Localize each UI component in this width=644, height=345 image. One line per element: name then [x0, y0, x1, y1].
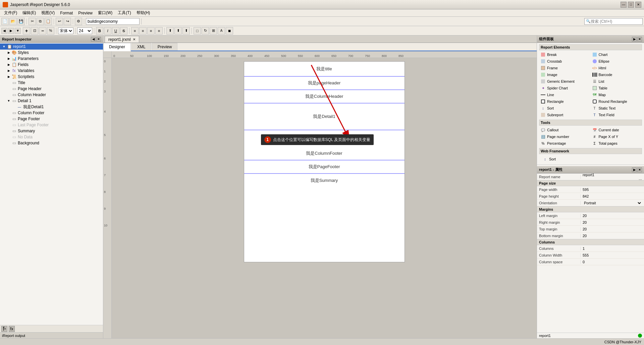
copy-button[interactable]: ⧉	[37, 18, 44, 25]
prop-section-margins[interactable]: Margins	[537, 206, 644, 212]
comp-ellipse[interactable]: Ellipse	[591, 58, 642, 65]
comp-line[interactable]: Line	[539, 91, 591, 98]
comp-sort[interactable]: ↕ Sort	[539, 105, 591, 112]
font-color-button[interactable]: A	[218, 27, 225, 34]
align-right-button[interactable]: ≡	[147, 27, 155, 34]
font-name-select[interactable]: 宋体	[58, 27, 73, 34]
underline-button[interactable]: U	[112, 27, 119, 34]
tree-item-scriptlets[interactable]: ▶ 📜 Scriptlets	[0, 74, 103, 80]
tree-item-detail1[interactable]: ▼ ▭ Detail 1	[0, 98, 103, 104]
components-expand-button[interactable]: ▶	[632, 37, 637, 42]
nav-down-button[interactable]: ▼	[15, 28, 21, 34]
strikethrough-button[interactable]: S	[120, 27, 127, 34]
prop-orientation-select[interactable]: Portrait Landscape	[583, 201, 642, 205]
comp-textfield[interactable]: T Text Field	[591, 112, 642, 118]
valign-bot-button[interactable]: ⬆	[182, 27, 190, 34]
menu-tools[interactable]: 工具(T)	[115, 9, 133, 16]
fx-icon[interactable]: fx	[1, 326, 7, 332]
dtab-preview[interactable]: Preview	[152, 43, 178, 51]
new-button[interactable]: 📄	[1, 18, 9, 25]
rotate-button[interactable]: ↻	[202, 27, 209, 34]
comp-statictext[interactable]: T Static Text	[591, 105, 642, 112]
dtab-xml[interactable]: XML	[131, 43, 151, 51]
maximize-button[interactable]: □	[628, 2, 634, 8]
tree-item-fields[interactable]: ▶ 📋 Fields	[0, 62, 103, 68]
zoom-out-button[interactable]: −	[39, 27, 46, 34]
prop-section-pagesize[interactable]: Page size	[537, 180, 644, 186]
zoom-in-button[interactable]: +	[23, 27, 30, 34]
comp-frame[interactable]: Frame	[539, 65, 591, 71]
comp-percentage[interactable]: % Percentage	[539, 140, 591, 147]
valign-top-button[interactable]: ⬆	[166, 27, 174, 34]
comp-rect[interactable]: Rectangle	[539, 98, 591, 105]
comp-list[interactable]: ☰ List	[591, 78, 642, 85]
tree-root[interactable]: ▼ 📋 report1	[0, 44, 103, 50]
comp-currentdate[interactable]: 📅 Current date	[591, 127, 642, 133]
menu-file[interactable]: 文件(F)	[1, 9, 20, 16]
italic-button[interactable]: I	[104, 27, 111, 34]
comp-subreport[interactable]: Subreport	[539, 112, 591, 118]
comp-break[interactable]: Break	[539, 51, 591, 58]
open-button[interactable]: 📂	[9, 18, 17, 25]
components-pin-button[interactable]: ✕	[637, 37, 642, 42]
comp-roundrect[interactable]: Round Rectangle	[591, 98, 642, 105]
prop-reportname-edit-button[interactable]: …	[639, 177, 642, 181]
comp-callout[interactable]: 💬 Callout	[539, 127, 591, 133]
comp-pagexofy[interactable]: # Page X of Y	[591, 133, 642, 140]
inspector-pin-button[interactable]: ✕	[96, 37, 101, 42]
minimize-button[interactable]: —	[621, 2, 627, 8]
canvas-scroll[interactable]: 我是title 我是pageHeader 我是ColumnHeader 我是De…	[112, 58, 537, 338]
comp-webfw-sort[interactable]: ↕ Sort	[541, 156, 640, 162]
tab-close-report1[interactable]: ✕	[133, 38, 136, 41]
props-pin-button[interactable]: ✕	[637, 167, 642, 172]
prop-reportname-input[interactable]	[583, 174, 642, 177]
props-expand-button[interactable]: ▶	[632, 167, 637, 172]
menu-view[interactable]: 视图(V)	[39, 9, 57, 16]
font-size-select[interactable]: 24	[77, 27, 92, 34]
padding-button[interactable]: ⊞	[210, 27, 217, 34]
tree-item-summary[interactable]: ▭ Summary	[0, 128, 103, 134]
nav-left-button[interactable]: ◀	[1, 28, 7, 34]
paste-button[interactable]: 📋	[45, 18, 52, 25]
tree-item-pageheader[interactable]: ▭ Page Header	[0, 86, 103, 92]
comp-table[interactable]: Table	[591, 85, 642, 91]
zoom-fit-button[interactable]: ⊡	[31, 27, 38, 34]
search-input[interactable]	[591, 19, 641, 24]
close-button[interactable]: ✕	[635, 2, 641, 8]
dtab-designer[interactable]: Designer	[103, 43, 131, 51]
tree-item-parameters[interactable]: ▶ 📊 Parameters	[0, 56, 103, 62]
cut-button[interactable]: ✂	[29, 18, 36, 25]
align-center-button[interactable]: ≡	[139, 27, 147, 34]
comp-generic[interactable]: Generic Element	[539, 78, 591, 85]
comp-barcode[interactable]: Barcode	[591, 71, 642, 78]
menu-preview[interactable]: Preview	[75, 10, 95, 16]
nav-right-button[interactable]: ▶	[8, 28, 14, 34]
comp-totalpages[interactable]: Σ Total pages	[591, 140, 642, 147]
inspector-collapse-button[interactable]: ◀	[91, 37, 96, 42]
save-button[interactable]: 💾	[17, 18, 25, 25]
valign-mid-button[interactable]: ⬆	[174, 27, 182, 34]
tab-report1[interactable]: report1.jrxml ✕	[105, 36, 139, 43]
tree-item-lastpagefooter[interactable]: ▭ Last Page Footer	[0, 122, 103, 128]
bold-button[interactable]: B	[96, 27, 103, 34]
bg-color-button[interactable]: ◼	[226, 27, 233, 34]
tree-item-styles[interactable]: ▶ 🎨 Styles	[0, 50, 103, 56]
comp-image[interactable]: Image	[539, 71, 591, 78]
tree-item-nodata[interactable]: ▭ No Data	[0, 134, 103, 140]
tree-item-columnheader[interactable]: ▭ Column Header	[0, 92, 103, 98]
zoom-percent-button[interactable]: %	[47, 27, 54, 34]
tree-item-pagefooter[interactable]: ▭ Page Footer	[0, 116, 103, 122]
prop-orientation-value[interactable]: Portrait Landscape	[581, 201, 644, 205]
tree-item-columnfooter[interactable]: ▭ Column Footer	[0, 110, 103, 116]
comp-spider[interactable]: ✦ Spider Chart	[539, 85, 591, 91]
compile-button[interactable]: ⚙	[75, 18, 82, 25]
expression-button[interactable]: fx	[9, 326, 15, 332]
comp-pagenumber[interactable]: 🔢 Page number	[539, 133, 591, 140]
comp-crosstab[interactable]: Crosstab	[539, 58, 591, 65]
menu-edit[interactable]: 编辑(E)	[20, 9, 39, 16]
prop-section-columns[interactable]: Columns	[537, 239, 644, 245]
menu-window[interactable]: 窗口(W)	[95, 9, 115, 16]
comp-chart[interactable]: Chart	[591, 51, 642, 58]
undo-button[interactable]: ↩	[56, 18, 63, 25]
comp-map[interactable]: 🗺 Map	[591, 91, 642, 98]
